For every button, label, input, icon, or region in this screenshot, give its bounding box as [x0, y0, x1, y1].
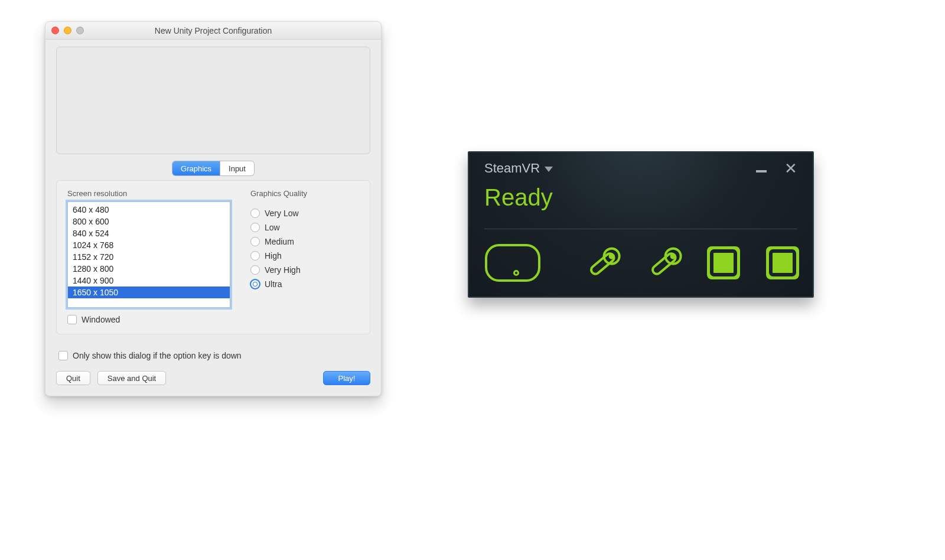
resolution-option[interactable]: 1440 x 900 [68, 275, 230, 286]
windowed-label: Windowed [82, 315, 120, 324]
resolution-option[interactable]: 1280 x 800 [68, 263, 230, 275]
quality-option[interactable]: Medium [250, 235, 359, 249]
chevron-down-icon[interactable] [545, 167, 553, 172]
only-show-dialog-checkbox[interactable] [58, 351, 68, 360]
quality-radio-group: Very LowLowMediumHighVery HighUltra [250, 206, 359, 291]
radio-icon [250, 209, 260, 218]
controller-icon [581, 242, 623, 284]
steamvr-title: SteamVR [484, 161, 540, 176]
graphics-settings-panel: Screen resolution 640 x 480800 x 600840 … [56, 180, 370, 334]
unity-body: Graphics Input Screen resolution 640 x 4… [45, 40, 381, 396]
device-row [484, 242, 797, 284]
svg-point-1 [514, 271, 519, 275]
divider [484, 229, 797, 229]
quality-option[interactable]: Low [250, 220, 359, 235]
graphics-quality-label: Graphics Quality [250, 189, 359, 198]
quality-option-label: High [265, 251, 282, 261]
save-and-quit-button[interactable]: Save and Quit [97, 371, 166, 385]
hmd-icon [484, 243, 541, 282]
tab-input[interactable]: Input [220, 161, 254, 175]
steamvr-header: SteamVR ✕ [484, 161, 797, 176]
traffic-lights [51, 27, 84, 34]
resolution-listbox[interactable]: 640 x 480800 x 600840 x 5241024 x 768115… [67, 201, 230, 308]
resolution-option[interactable]: 840 x 524 [68, 227, 230, 239]
resolution-option[interactable]: 1024 x 768 [68, 239, 230, 251]
base-station-icon [704, 243, 743, 282]
window-title: New Unity Project Configuration [45, 26, 381, 35]
quality-option[interactable]: Ultra [250, 277, 359, 291]
zoom-window-icon [76, 27, 84, 34]
radio-icon [250, 265, 260, 275]
titlebar[interactable]: New Unity Project Configuration [45, 22, 381, 40]
close-window-icon[interactable] [51, 27, 59, 34]
resolution-option[interactable]: 640 x 480 [68, 204, 230, 216]
radio-icon [250, 251, 260, 261]
svg-rect-0 [486, 245, 539, 281]
minimize-window-icon[interactable] [64, 27, 71, 34]
quality-option-label: Very Low [265, 209, 299, 218]
resolution-option[interactable]: 800 x 600 [68, 216, 230, 227]
minimize-icon[interactable] [756, 170, 767, 172]
quality-option-label: Medium [265, 237, 294, 246]
preview-banner [56, 47, 370, 154]
quality-option[interactable]: Very Low [250, 206, 359, 220]
resolution-option[interactable]: 1650 x 1050 [68, 286, 230, 298]
radio-icon [250, 223, 260, 232]
screen-resolution-label: Screen resolution [67, 189, 230, 198]
windowed-checkbox[interactable] [67, 315, 77, 324]
only-show-dialog-label: Only show this dialog if the option key … [73, 351, 242, 360]
quality-option[interactable]: High [250, 249, 359, 263]
steamvr-status: Ready [484, 184, 797, 211]
quality-option-label: Low [265, 223, 280, 232]
base-station-icon [763, 243, 802, 282]
play-button[interactable]: Play! [323, 371, 370, 385]
resolution-option[interactable]: 1152 x 720 [68, 251, 230, 263]
quality-option-label: Ultra [265, 279, 282, 289]
radio-icon [250, 279, 260, 289]
close-icon[interactable]: ✕ [784, 161, 797, 176]
quit-button[interactable]: Quit [56, 371, 90, 385]
steamvr-panel: SteamVR ✕ Ready [468, 151, 814, 298]
unity-config-window: New Unity Project Configuration Graphics… [45, 21, 382, 396]
radio-icon [250, 237, 260, 246]
quality-option[interactable]: Very High [250, 263, 359, 277]
quality-option-label: Very High [265, 265, 301, 275]
dialog-button-row: Quit Save and Quit Play! [56, 371, 370, 385]
controller-icon [643, 242, 684, 284]
tab-graphics[interactable]: Graphics [172, 161, 220, 175]
tab-bar: Graphics Input [56, 161, 370, 175]
